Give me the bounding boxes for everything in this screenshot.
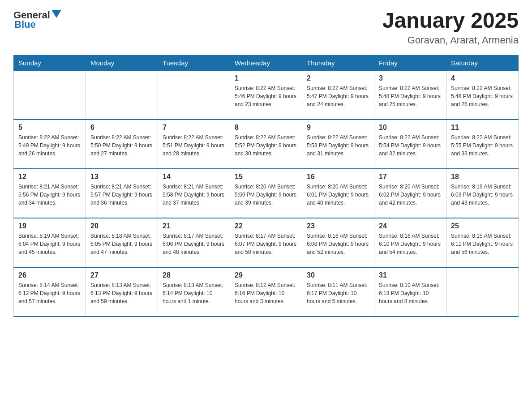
calendar-cell: 27Sunrise: 8:13 AM Sunset: 6:13 PM Dayli…	[86, 267, 158, 317]
day-number: 23	[307, 222, 369, 230]
calendar-cell: 3Sunrise: 8:22 AM Sunset: 5:48 PM Daylig…	[374, 70, 446, 120]
day-number: 30	[307, 271, 369, 279]
calendar-cell: 16Sunrise: 8:20 AM Sunset: 6:01 PM Dayli…	[302, 169, 374, 218]
day-info: Sunrise: 8:20 AM Sunset: 6:01 PM Dayligh…	[307, 183, 369, 207]
calendar-cell: 12Sunrise: 8:21 AM Sunset: 5:56 PM Dayli…	[14, 169, 86, 218]
day-info: Sunrise: 8:22 AM Sunset: 5:49 PM Dayligh…	[18, 133, 81, 158]
calendar-cell: 11Sunrise: 8:22 AM Sunset: 5:55 PM Dayli…	[446, 120, 519, 169]
day-number: 17	[379, 173, 442, 181]
day-number: 31	[379, 271, 442, 279]
day-number: 9	[307, 124, 369, 132]
title-block: January 2025 Goravan, Ararat, Armenia	[382, 9, 519, 46]
header-wednesday: Wednesday	[230, 55, 302, 70]
calendar-cell: 23Sunrise: 8:16 AM Sunset: 6:08 PM Dayli…	[302, 218, 374, 267]
day-number: 27	[90, 271, 153, 279]
day-info: Sunrise: 8:22 AM Sunset: 5:47 PM Dayligh…	[307, 84, 369, 108]
day-info: Sunrise: 8:21 AM Sunset: 5:56 PM Dayligh…	[18, 183, 81, 207]
calendar-cell: 31Sunrise: 8:10 AM Sunset: 6:18 PM Dayli…	[374, 267, 446, 317]
svg-marker-0	[51, 10, 61, 18]
day-number: 2	[307, 74, 369, 82]
week-row-5: 26Sunrise: 8:14 AM Sunset: 6:12 PM Dayli…	[14, 267, 519, 317]
header-friday: Friday	[374, 55, 446, 70]
day-info: Sunrise: 8:22 AM Sunset: 5:48 PM Dayligh…	[451, 84, 514, 108]
day-info: Sunrise: 8:10 AM Sunset: 6:18 PM Dayligh…	[379, 281, 442, 305]
day-info: Sunrise: 8:22 AM Sunset: 5:50 PM Dayligh…	[90, 133, 153, 158]
calendar-cell: 28Sunrise: 8:13 AM Sunset: 6:14 PM Dayli…	[158, 267, 230, 317]
day-number: 5	[18, 124, 81, 132]
header-thursday: Thursday	[302, 55, 374, 70]
calendar-cell: 22Sunrise: 8:17 AM Sunset: 6:07 PM Dayli…	[230, 218, 302, 267]
day-info: Sunrise: 8:19 AM Sunset: 6:03 PM Dayligh…	[451, 183, 514, 207]
header-monday: Monday	[86, 55, 158, 70]
calendar-cell	[158, 70, 230, 120]
calendar-header-row: SundayMondayTuesdayWednesdayThursdayFrid…	[14, 55, 519, 70]
day-info: Sunrise: 8:20 AM Sunset: 5:59 PM Dayligh…	[235, 183, 297, 207]
calendar-cell: 25Sunrise: 8:15 AM Sunset: 6:11 PM Dayli…	[446, 218, 519, 267]
week-row-1: 1Sunrise: 8:22 AM Sunset: 5:46 PM Daylig…	[14, 70, 519, 120]
day-number: 4	[451, 74, 514, 82]
header-saturday: Saturday	[446, 55, 519, 70]
day-info: Sunrise: 8:17 AM Sunset: 6:06 PM Dayligh…	[163, 232, 225, 256]
day-number: 7	[163, 124, 225, 132]
day-info: Sunrise: 8:21 AM Sunset: 5:57 PM Dayligh…	[90, 183, 153, 207]
calendar-cell: 14Sunrise: 8:21 AM Sunset: 5:58 PM Dayli…	[158, 169, 230, 218]
calendar-cell: 5Sunrise: 8:22 AM Sunset: 5:49 PM Daylig…	[14, 120, 86, 169]
day-number: 26	[18, 271, 81, 279]
calendar-cell: 26Sunrise: 8:14 AM Sunset: 6:12 PM Dayli…	[14, 267, 86, 317]
day-info: Sunrise: 8:22 AM Sunset: 5:51 PM Dayligh…	[163, 133, 225, 158]
day-number: 6	[90, 124, 153, 132]
calendar-title: January 2025	[382, 9, 519, 33]
logo: General Blue	[13, 9, 61, 30]
day-info: Sunrise: 8:18 AM Sunset: 6:05 PM Dayligh…	[90, 232, 153, 256]
calendar-cell: 2Sunrise: 8:22 AM Sunset: 5:47 PM Daylig…	[302, 70, 374, 120]
calendar-cell: 10Sunrise: 8:22 AM Sunset: 5:54 PM Dayli…	[374, 120, 446, 169]
day-number: 28	[163, 271, 225, 279]
calendar-cell: 7Sunrise: 8:22 AM Sunset: 5:51 PM Daylig…	[158, 120, 230, 169]
day-info: Sunrise: 8:22 AM Sunset: 5:55 PM Dayligh…	[451, 133, 514, 158]
day-info: Sunrise: 8:12 AM Sunset: 6:16 PM Dayligh…	[235, 281, 297, 305]
day-number: 10	[379, 124, 442, 132]
day-info: Sunrise: 8:21 AM Sunset: 5:58 PM Dayligh…	[163, 183, 225, 207]
header-sunday: Sunday	[14, 55, 86, 70]
calendar-cell	[86, 70, 158, 120]
day-number: 29	[235, 271, 297, 279]
day-info: Sunrise: 8:11 AM Sunset: 6:17 PM Dayligh…	[307, 281, 369, 305]
day-number: 3	[379, 74, 442, 82]
day-number: 19	[18, 222, 81, 230]
day-info: Sunrise: 8:16 AM Sunset: 6:10 PM Dayligh…	[379, 232, 442, 256]
calendar-cell	[446, 267, 519, 317]
day-number: 22	[235, 222, 297, 230]
day-number: 11	[451, 124, 514, 132]
logo-arrow-icon	[51, 10, 61, 20]
calendar-cell: 4Sunrise: 8:22 AM Sunset: 5:48 PM Daylig…	[446, 70, 519, 120]
day-info: Sunrise: 8:22 AM Sunset: 5:48 PM Dayligh…	[379, 84, 442, 108]
day-info: Sunrise: 8:19 AM Sunset: 6:04 PM Dayligh…	[18, 232, 81, 256]
calendar-cell: 1Sunrise: 8:22 AM Sunset: 5:46 PM Daylig…	[230, 70, 302, 120]
day-number: 8	[235, 124, 297, 132]
calendar-cell: 20Sunrise: 8:18 AM Sunset: 6:05 PM Dayli…	[86, 218, 158, 267]
page-header: General Blue January 2025 Goravan, Arara…	[13, 9, 519, 46]
logo-blue-text: Blue	[14, 19, 36, 30]
week-row-3: 12Sunrise: 8:21 AM Sunset: 5:56 PM Dayli…	[14, 169, 519, 218]
day-info: Sunrise: 8:22 AM Sunset: 5:46 PM Dayligh…	[235, 84, 297, 108]
calendar-cell: 9Sunrise: 8:22 AM Sunset: 5:53 PM Daylig…	[302, 120, 374, 169]
calendar-cell: 13Sunrise: 8:21 AM Sunset: 5:57 PM Dayli…	[86, 169, 158, 218]
day-info: Sunrise: 8:22 AM Sunset: 5:52 PM Dayligh…	[235, 133, 297, 158]
day-info: Sunrise: 8:13 AM Sunset: 6:13 PM Dayligh…	[90, 281, 153, 305]
day-number: 1	[235, 74, 297, 82]
day-info: Sunrise: 8:17 AM Sunset: 6:07 PM Dayligh…	[235, 232, 297, 256]
day-number: 13	[90, 173, 153, 181]
day-number: 18	[451, 173, 514, 181]
day-info: Sunrise: 8:16 AM Sunset: 6:08 PM Dayligh…	[307, 232, 369, 256]
calendar-cell: 24Sunrise: 8:16 AM Sunset: 6:10 PM Dayli…	[374, 218, 446, 267]
calendar-cell: 18Sunrise: 8:19 AM Sunset: 6:03 PM Dayli…	[446, 169, 519, 218]
calendar-cell: 8Sunrise: 8:22 AM Sunset: 5:52 PM Daylig…	[230, 120, 302, 169]
calendar-cell: 21Sunrise: 8:17 AM Sunset: 6:06 PM Dayli…	[158, 218, 230, 267]
calendar-cell: 15Sunrise: 8:20 AM Sunset: 5:59 PM Dayli…	[230, 169, 302, 218]
week-row-2: 5Sunrise: 8:22 AM Sunset: 5:49 PM Daylig…	[14, 120, 519, 169]
calendar-cell: 17Sunrise: 8:20 AM Sunset: 6:02 PM Dayli…	[374, 169, 446, 218]
calendar-subtitle: Goravan, Ararat, Armenia	[382, 34, 519, 46]
day-info: Sunrise: 8:14 AM Sunset: 6:12 PM Dayligh…	[18, 281, 81, 305]
day-number: 25	[451, 222, 514, 230]
day-info: Sunrise: 8:15 AM Sunset: 6:11 PM Dayligh…	[451, 232, 514, 256]
